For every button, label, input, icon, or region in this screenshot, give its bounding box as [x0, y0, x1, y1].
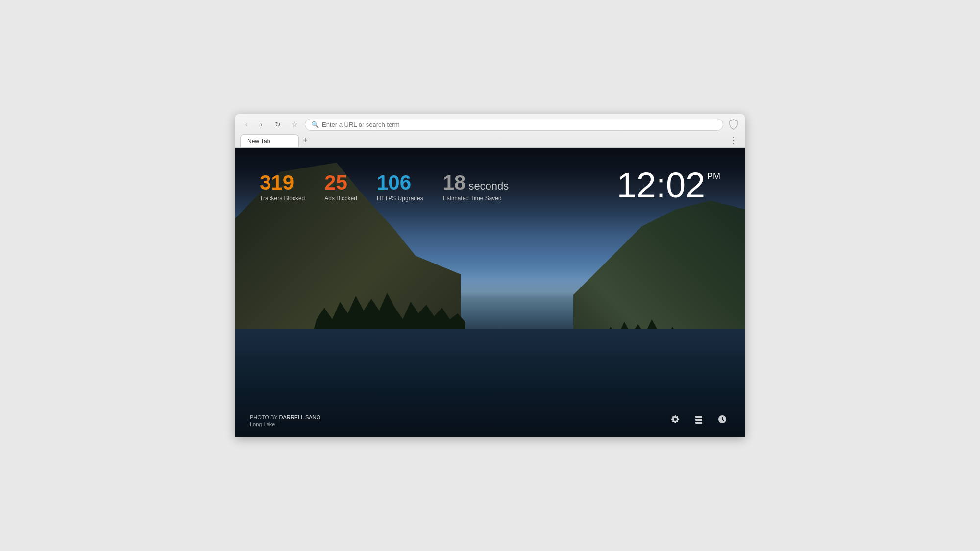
- ads-number: 25: [324, 172, 357, 193]
- ads-label: Ads Blocked: [324, 195, 357, 202]
- https-number: 106: [377, 172, 423, 193]
- widgets-button[interactable]: [691, 411, 707, 427]
- bottom-bar: PHOTO BY DARRELL SANO Long Lake: [235, 411, 745, 427]
- plus-icon: +: [303, 135, 308, 145]
- photographer-name: DARRELL SANO: [279, 414, 321, 420]
- browser-toolbar: ‹ › ↻ ☆ 🔍: [240, 118, 740, 131]
- clock-ampm: PM: [707, 171, 720, 182]
- tab-label: New Tab: [247, 138, 270, 144]
- star-icon: ☆: [292, 120, 298, 128]
- time-saved-stat: 18 seconds Estimated Time Saved: [443, 172, 509, 202]
- search-icon: 🔍: [311, 121, 319, 128]
- back-icon: ‹: [245, 120, 248, 128]
- history-button[interactable]: [714, 411, 730, 427]
- browser-chrome: ‹ › ↻ ☆ 🔍: [235, 114, 745, 148]
- trackers-number: 319: [260, 172, 305, 193]
- nav-buttons: ‹ ›: [240, 118, 268, 131]
- clock-time: 12:02: [617, 168, 705, 203]
- new-tab-button[interactable]: +: [299, 134, 312, 146]
- time-label: Estimated Time Saved: [443, 195, 509, 202]
- seconds-label: seconds: [468, 180, 509, 192]
- settings-button[interactable]: [667, 411, 683, 427]
- trackers-blocked-stat: 319 Trackers Blocked: [260, 172, 305, 202]
- bookmark-button[interactable]: ☆: [288, 118, 301, 131]
- back-button[interactable]: ‹: [240, 118, 253, 131]
- https-upgrades-stat: 106 HTTPS Upgrades: [377, 172, 423, 202]
- stats-overlay: 319 Trackers Blocked 25 Ads Blocked 106 …: [260, 172, 509, 202]
- photo-credit: PHOTO BY DARRELL SANO: [250, 414, 320, 420]
- photographer-link[interactable]: DARRELL SANO: [279, 414, 321, 420]
- refresh-button[interactable]: ↻: [271, 118, 284, 131]
- url-input[interactable]: [322, 121, 717, 128]
- clock-overlay: 12:02 PM: [617, 168, 720, 203]
- tab-overflow-button[interactable]: ⋮: [727, 134, 740, 146]
- new-tab-page: 319 Trackers Blocked 25 Ads Blocked 106 …: [235, 148, 745, 437]
- photo-location: Long Lake: [250, 421, 320, 427]
- bottom-icons: [667, 411, 730, 427]
- https-label: HTTPS Upgrades: [377, 195, 423, 202]
- trackers-label: Trackers Blocked: [260, 195, 305, 202]
- ads-blocked-stat: 25 Ads Blocked: [324, 172, 357, 202]
- overflow-icon: ⋮: [730, 136, 737, 145]
- address-bar[interactable]: 🔍: [305, 119, 723, 131]
- forward-icon: ›: [260, 120, 263, 128]
- time-number: 18: [443, 172, 466, 193]
- credit-prefix: PHOTO BY: [250, 414, 277, 420]
- refresh-icon: ↻: [275, 120, 281, 128]
- time-number-row: 18 seconds: [443, 172, 509, 193]
- browser-window: ‹ › ↻ ☆ 🔍: [235, 114, 745, 437]
- brave-shield-button[interactable]: [727, 118, 740, 131]
- photo-credit-container: PHOTO BY DARRELL SANO Long Lake: [250, 414, 320, 427]
- active-tab[interactable]: New Tab: [240, 134, 299, 147]
- forward-button[interactable]: ›: [255, 118, 268, 131]
- tabs-bar: New Tab + ⋮: [240, 134, 740, 147]
